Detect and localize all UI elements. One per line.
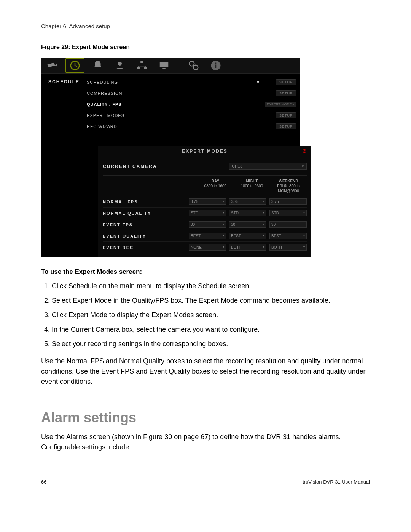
select-value: BEST [271,234,281,238]
svg-rect-10 [215,65,217,68]
select-value: NONE [191,245,202,249]
camera-icon[interactable] [43,58,61,73]
select-value: BEST [231,234,241,238]
menu-row-recwizard: REC WIZARD SETUP [87,121,300,132]
setting-select[interactable]: BOTH▾ [229,244,266,251]
setting-select[interactable]: STD▾ [229,210,266,216]
figure-caption: Figure 29: Expert Mode screen [41,44,370,51]
setting-select[interactable]: 3.75▾ [269,198,307,205]
setup-button[interactable]: SETUP [276,90,296,96]
setting-select[interactable]: 3.75▾ [229,198,266,205]
setting-select[interactable]: 3.75▾ [189,198,226,205]
menu-row-quality: QUALITY / FPS EXPERT MODE ▾ [87,99,300,110]
select-value: 30 [271,222,276,227]
setting-label: EVENT QUALITY [103,234,186,238]
chevron-down-icon: ▾ [302,164,304,169]
setting-select[interactable]: BEST▾ [269,233,307,239]
gear-icon[interactable] [185,58,202,73]
select-value: 3.75 [231,200,238,204]
setting-select[interactable]: STD▾ [189,210,226,216]
list-item: Click Expert Mode to display the Expert … [52,310,370,321]
setup-button[interactable]: SETUP [276,123,296,129]
setting-row: NORMAL FPS3.75▾3.75▾3.75▾ [103,196,307,207]
svg-rect-4 [144,67,147,69]
menu-label: REC WIZARD [87,124,151,129]
setup-button[interactable]: SETUP [276,112,296,118]
menu-label: COMPRESSION [87,91,151,96]
modal-title-text: EXPERT MODES [182,149,227,154]
chevron-down-icon: ▾ [223,234,224,238]
col-header-day: DAY0800 to 1600 [197,179,234,193]
svg-rect-11 [215,63,217,64]
current-camera-select[interactable]: CH13 ▾ [229,163,307,170]
setting-row: NORMAL QUALITYSTD▾STD▾STD▾ [103,207,307,219]
svg-point-7 [190,61,194,66]
info-icon[interactable] [207,58,225,73]
dvr-screen: SCHEDULE SCHEDULING ✕ SETUP COMPRESSION … [41,58,300,257]
expert-modes-modal: EXPERT MODES ⊘ CURRENT CAMERA CH13 ▾ DAY… [98,146,311,257]
chevron-down-icon: ▾ [263,211,264,215]
setting-label: NORMAL FPS [103,200,186,204]
svg-point-8 [193,65,198,70]
current-camera-label: CURRENT CAMERA [103,164,229,169]
select-value: 30 [231,222,235,227]
bell-icon[interactable] [89,58,107,73]
network-icon[interactable] [133,58,151,73]
close-icon[interactable]: ⊘ [302,148,307,154]
col-header-weekend: WEEKENDFRI@1800 to MON@0600 [270,179,307,193]
setting-select[interactable]: BEST▾ [229,233,266,239]
setting-select[interactable]: NONE▾ [189,244,226,251]
chevron-down-icon: ▾ [293,102,294,106]
svg-rect-5 [160,62,169,67]
chapter-header: Chapter 6: Advanced setup [41,23,370,29]
time-column-headers: DAY0800 to 1600 NIGHT1800 to 0600 WEEKEN… [103,176,307,196]
svg-rect-2 [140,61,143,63]
users-icon[interactable] [111,58,129,73]
setting-select[interactable]: 30▾ [229,221,266,228]
setting-select[interactable]: BEST▾ [189,233,226,239]
dvr-topbar [41,58,300,74]
menu-row-compression: COMPRESSION SETUP [87,88,300,99]
select-value: EXPERT MODE [267,102,292,106]
chevron-down-icon: ▾ [223,200,224,204]
alarm-settings-paragraph: Use the Alarms screen (shown in Figure 3… [41,432,370,452]
quality-mode-select[interactable]: EXPERT MODE ▾ [265,102,296,107]
col-header-night: NIGHT1800 to 0600 [234,179,270,193]
monitor-icon[interactable] [155,58,173,73]
clock-icon[interactable] [65,58,84,73]
list-item: Click Schedule on the main menu to displ… [52,281,370,292]
select-value: STD [271,211,279,215]
current-camera-row: CURRENT CAMERA CH13 ▾ [103,158,307,176]
instructions-list: Click Schedule on the main menu to displ… [41,281,370,349]
setting-select[interactable]: 30▾ [269,221,307,228]
dvr-body: SCHEDULE SCHEDULING ✕ SETUP COMPRESSION … [41,74,300,139]
chevron-down-icon: ▾ [223,211,224,215]
chevron-down-icon: ▾ [263,222,264,227]
chevron-down-icon: ▾ [303,200,305,204]
list-item: Select Expert Mode in the Quality/FPS bo… [52,296,370,306]
menu-panel: SCHEDULING ✕ SETUP COMPRESSION SETUP QUA… [87,74,300,139]
menu-label: SCHEDULING [87,80,151,85]
manual-title: truVision DVR 31 User Manual [303,479,370,485]
select-value: STD [191,211,198,215]
svg-rect-6 [162,68,166,69]
chevron-down-icon: ▾ [263,234,264,238]
chevron-down-icon: ▾ [223,222,224,227]
svg-point-1 [118,62,122,66]
select-value: CH13 [232,164,242,169]
setting-select[interactable]: 30▾ [189,221,226,228]
setting-select[interactable]: BOTH▾ [269,244,307,251]
select-value: BEST [191,234,201,238]
select-value: 3.75 [191,200,198,204]
setting-label: EVENT FPS [103,222,186,227]
chevron-down-icon: ▾ [303,234,305,238]
setup-button[interactable]: SETUP [276,79,296,85]
select-value: BOTH [271,245,282,249]
setting-row: EVENT RECNONE▾BOTH▾BOTH▾ [103,241,307,253]
setting-select[interactable]: STD▾ [269,210,307,216]
check-icon[interactable]: ✕ [256,80,260,85]
select-value: STD [231,211,239,215]
chevron-down-icon: ▾ [303,222,305,227]
select-value: BOTH [231,245,242,249]
setting-label: EVENT REC [103,245,186,250]
